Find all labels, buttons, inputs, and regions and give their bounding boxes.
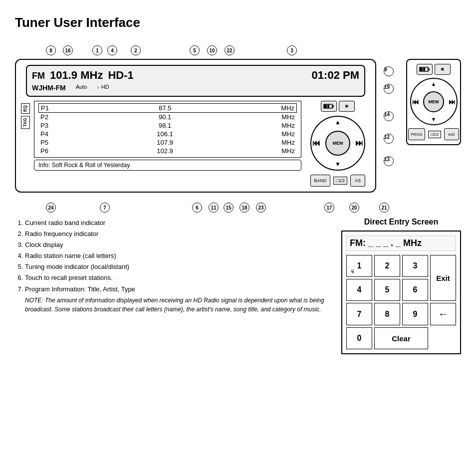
legend-item-2: Radio frequency indicator xyxy=(25,229,331,239)
bottom-callout-row: 24 7 6 11 15 18 23 17 20 21 xyxy=(15,195,461,213)
mini-mem-button[interactable]: MEM xyxy=(423,91,444,112)
freq-display: FM: _ _ _ . _ MHz xyxy=(346,236,456,251)
key-5[interactable]: 5 xyxy=(374,279,400,301)
key-clear[interactable]: Clear xyxy=(374,327,428,349)
callout-13: 13 xyxy=(384,156,394,166)
mini-nav-down[interactable]: ▼ xyxy=(431,116,437,122)
key-exit[interactable]: Exit xyxy=(430,255,456,301)
page-2-2-button[interactable]: □2/2 xyxy=(428,131,441,138)
eq-tag-labels: EQ TAG xyxy=(21,103,30,187)
mem-button[interactable]: MEM xyxy=(325,131,350,156)
preset-freq: 107.9 xyxy=(157,139,173,146)
preset-row-p5[interactable]: P5 107.9 MHz xyxy=(38,138,297,147)
callout-21: 21 xyxy=(379,203,389,213)
nav-left-arrow[interactable]: ⏮ xyxy=(312,139,320,148)
mini-wrench-icon[interactable]: ✖ xyxy=(435,64,451,75)
preset-row-p3[interactable]: P3 98.1 MHz xyxy=(38,121,297,130)
callout-16: 16 xyxy=(63,45,73,55)
legend-ol: Current radio band indicator Radio frequ… xyxy=(15,218,331,314)
preset-id: P2 xyxy=(40,113,48,121)
mini-nav-left[interactable]: ⏮ xyxy=(412,98,419,106)
mini-battery-icon[interactable] xyxy=(417,64,433,75)
legend-item-5: Tuning mode indicator (local/distant) xyxy=(25,261,331,272)
mini-controls-panel: ✖ ▲ ▼ ⏮ ⏭ MEM PROG □2/2 A/D xyxy=(406,59,461,145)
preset-unit: MHz xyxy=(281,139,295,146)
key-1[interactable]: 1☟ xyxy=(346,255,372,277)
preset-row-p2[interactable]: P2 90.1 MHz xyxy=(38,113,297,121)
svg-rect-3 xyxy=(327,105,329,108)
keypad: 1☟ 2 3 Exit 4 5 6 7 8 9 ← 0 Clear xyxy=(346,255,456,349)
top-callout-row: 8 16 1 4 2 5 10 22 3 xyxy=(15,40,461,61)
frequency-display: 101.9 MHz xyxy=(50,69,103,82)
key-9[interactable]: 9 xyxy=(402,303,428,325)
preset-unit: MHz xyxy=(281,122,295,129)
direct-entry-title: Direct Entry Screen xyxy=(341,218,461,227)
nav-right-arrow[interactable]: ⏭ xyxy=(355,139,363,148)
preset-row-p4[interactable]: P4 106.1 MHz xyxy=(38,130,297,138)
tuner-body: EQ TAG P1 87.5 MHz P2 xyxy=(21,101,370,187)
eq-label[interactable]: EQ xyxy=(21,103,30,114)
mini-nav-right[interactable]: ⏭ xyxy=(449,98,456,106)
preset-unit: MHz xyxy=(281,130,295,138)
key-8[interactable]: 8 xyxy=(374,303,400,325)
prog-button[interactable]: PROG xyxy=(408,128,425,140)
legend-note: NOTE: The amount of information displaye… xyxy=(25,296,331,314)
preset-freq: 87.5 xyxy=(159,104,171,112)
svg-rect-2 xyxy=(324,105,327,108)
callout-15: 15 xyxy=(224,203,234,213)
band-label: FM xyxy=(32,71,45,81)
legend-item-7: Program Information: Title, Artist, Type… xyxy=(25,284,331,314)
callout-9: 9 xyxy=(384,66,394,76)
band-button[interactable]: BAND xyxy=(310,175,330,187)
callout-12: 12 xyxy=(384,134,394,144)
key-backspace[interactable]: ← xyxy=(430,303,456,325)
key-7[interactable]: 7 xyxy=(346,303,372,325)
callout-22: 22 xyxy=(225,45,235,55)
as-button[interactable]: AS xyxy=(350,175,365,187)
main-tuner: FM 101.9 MHz HD-1 01:02 PM WJHM-FM Auto … xyxy=(15,59,376,193)
preset-freq: 106.1 xyxy=(157,130,173,138)
nav-down-arrow[interactable]: ▼ xyxy=(335,161,341,168)
preset-row-p1[interactable]: P1 87.5 MHz xyxy=(38,103,297,113)
ad-button[interactable]: A/D xyxy=(444,128,459,140)
full-tuner-section: FM 101.9 MHz HD-1 01:02 PM WJHM-FM Auto … xyxy=(15,59,461,193)
tuner-outer-border: FM 101.9 MHz HD-1 01:02 PM WJHM-FM Auto … xyxy=(15,59,376,193)
legend-item-1: Current radio band indicator xyxy=(25,218,331,229)
display-area: FM 101.9 MHz HD-1 01:02 PM WJHM-FM Auto … xyxy=(26,65,365,97)
preset-freq: 90.1 xyxy=(159,113,171,121)
callout-10: 10 xyxy=(207,45,217,55)
callout-4: 4 xyxy=(107,45,117,55)
direct-entry-section: Direct Entry Screen FM: _ _ _ . _ MHz 1☟… xyxy=(341,218,461,354)
bottom-section: Current radio band indicator Radio frequ… xyxy=(15,218,461,354)
callout-20: 20 xyxy=(349,203,359,213)
key-2[interactable]: 2 xyxy=(374,255,400,277)
battery-icon[interactable] xyxy=(321,101,337,112)
direct-entry-box: FM: _ _ _ . _ MHz 1☟ 2 3 Exit 4 5 6 7 8 … xyxy=(341,231,461,354)
preset-unit: MHz xyxy=(281,104,294,112)
nav-up-arrow[interactable]: ▲ xyxy=(335,119,341,126)
legend-list: Current radio band indicator Radio frequ… xyxy=(15,218,331,354)
callout-8: 8 xyxy=(46,45,56,55)
key-3[interactable]: 3 xyxy=(402,255,428,277)
legend-item-3: Clock display xyxy=(25,239,331,250)
svg-rect-6 xyxy=(420,68,423,71)
key-6[interactable]: 6 xyxy=(402,279,428,301)
wrench-icon[interactable]: ✖ xyxy=(339,101,355,112)
mini-nav-up[interactable]: ▲ xyxy=(431,81,437,87)
mini-nav-cluster: ▲ ▼ ⏮ ⏭ MEM xyxy=(410,78,458,125)
key-4[interactable]: 4 xyxy=(346,279,372,301)
btn-top-row: ✖ xyxy=(321,101,355,112)
display-top-row: FM 101.9 MHz HD-1 01:02 PM xyxy=(32,69,359,82)
btn-bottom-row: BAND □1/2 AS xyxy=(310,175,365,187)
preset-list: P1 87.5 MHz P2 90.1 MHz P3 9 xyxy=(34,101,301,158)
callout-11: 11 xyxy=(209,203,219,213)
mini-btn-top-row: ✖ xyxy=(417,64,451,75)
svg-rect-5 xyxy=(428,68,430,70)
page-1-2-button[interactable]: □1/2 xyxy=(333,177,347,185)
preset-row-p6[interactable]: P6 102.9 MHz xyxy=(38,147,297,155)
tag-label[interactable]: TAG xyxy=(21,116,30,129)
preset-unit: MHz xyxy=(281,147,295,155)
hd-sub-label: ○ HD xyxy=(97,84,109,92)
right-callouts: 9 19 14 12 13 xyxy=(381,59,396,166)
key-0[interactable]: 0 xyxy=(346,327,372,349)
